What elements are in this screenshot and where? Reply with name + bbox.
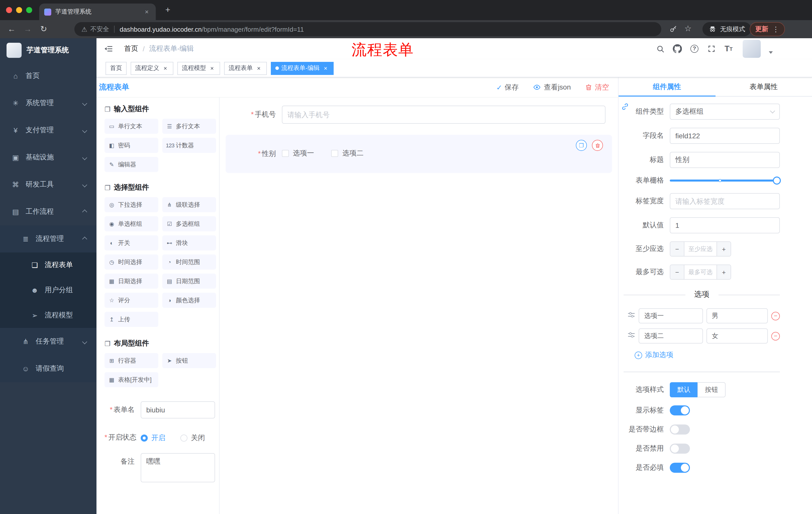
style-button-button[interactable]: 按钮 <box>697 382 726 397</box>
not-secure-label[interactable]: 不安全 <box>90 25 109 33</box>
window-close-button[interactable] <box>6 7 12 13</box>
increase-button[interactable]: + <box>717 242 731 256</box>
new-tab-button[interactable]: + <box>162 4 174 16</box>
breadcrumb-home[interactable]: 首页 <box>124 44 138 53</box>
tag-process-definition[interactable]: 流程定义 × <box>130 62 173 75</box>
remove-option-button[interactable]: − <box>771 312 780 320</box>
copy-item-button[interactable]: ❐ <box>576 140 587 151</box>
chip-table-wip[interactable]: ▦表格[开发中] <box>105 372 158 387</box>
font-size-icon[interactable]: TT <box>724 44 734 54</box>
border-switch[interactable] <box>670 425 690 435</box>
chip-time-picker[interactable]: ◷时间选择 <box>105 254 158 270</box>
option-label-input[interactable] <box>639 328 703 344</box>
help-icon[interactable]: ? <box>689 44 699 54</box>
delete-item-button[interactable] <box>592 140 603 151</box>
chip-color-picker[interactable]: ◑颜色选择 <box>162 293 216 308</box>
tag-close-icon[interactable]: × <box>208 64 215 72</box>
sidebar-fold-icon[interactable] <box>104 44 113 53</box>
decrease-button[interactable]: − <box>670 265 685 279</box>
tag-close-icon[interactable]: × <box>255 64 262 72</box>
chip-button[interactable]: ➤按钮 <box>162 353 216 368</box>
tab-form-props[interactable]: 表单属性 <box>715 77 812 96</box>
fullscreen-icon[interactable] <box>706 44 717 54</box>
chip-cascader[interactable]: ⋔级联选择 <box>162 197 216 212</box>
link-icon[interactable] <box>621 103 629 113</box>
add-option-button[interactable]: + 添加选项 <box>635 351 780 360</box>
required-switch[interactable] <box>670 463 690 473</box>
chip-switch[interactable]: ◐开关 <box>105 235 158 250</box>
component-type-select[interactable]: 多选框组 <box>670 104 780 120</box>
avatar[interactable] <box>743 40 761 58</box>
sidebar-item-devtools[interactable]: ⌘ 研发工具 <box>0 171 96 198</box>
forward-icon[interactable]: → <box>21 23 34 35</box>
chip-checkbox-group[interactable]: ☑多选框组 <box>162 216 216 231</box>
chip-rate[interactable]: ☆评分 <box>105 293 158 308</box>
browser-update-button[interactable]: 更新 ⋮ <box>750 22 785 36</box>
chip-counter[interactable]: 123计数器 <box>162 138 216 153</box>
address-bar[interactable]: ⚠ 不安全 dashboard.yudao.iocoder.cn /bpm/ma… <box>75 22 661 36</box>
tag-process-model[interactable]: 流程模型 × <box>177 62 220 75</box>
drag-handle-icon[interactable] <box>628 311 635 320</box>
option-label-input[interactable] <box>639 308 703 323</box>
tag-close-icon[interactable]: × <box>162 64 169 72</box>
remove-option-button[interactable]: − <box>771 332 780 340</box>
min-select-input[interactable] <box>685 242 717 256</box>
github-icon[interactable] <box>672 44 683 54</box>
phone-input[interactable] <box>282 106 606 124</box>
chip-slider[interactable]: ⊷滑块 <box>162 235 216 250</box>
window-minimize-button[interactable] <box>16 7 22 13</box>
sidebar-item-home[interactable]: ⌂ 首页 <box>0 62 96 89</box>
option-value-input[interactable] <box>706 308 768 323</box>
tab-close-icon[interactable]: × <box>143 8 151 16</box>
sidebar-item-process-model[interactable]: ➢ 流程模型 <box>0 303 96 328</box>
radio-on[interactable]: 开启 <box>141 434 165 442</box>
chip-row-container[interactable]: ⊞行容器 <box>105 353 158 368</box>
form-canvas[interactable]: *手机号 *性别 选项一 选项二 <box>220 98 618 514</box>
canvas-field-gender-selected[interactable]: *性别 选项一 选项二 ❐ <box>226 135 612 173</box>
disabled-switch[interactable] <box>670 443 690 454</box>
form-remark-textarea[interactable]: 嘿嘿 <box>141 453 215 482</box>
label-width-input[interactable] <box>670 193 780 209</box>
reload-icon[interactable]: ↻ <box>37 23 50 35</box>
chip-upload[interactable]: ↥上传 <box>105 312 158 327</box>
form-name-input[interactable] <box>141 401 215 418</box>
tag-process-form[interactable]: 流程表单 × <box>224 62 267 75</box>
tag-close-icon[interactable]: × <box>322 64 329 72</box>
option-value-input[interactable] <box>706 328 768 344</box>
chip-time-range[interactable]: ◔时间范围 <box>162 254 216 270</box>
chip-password[interactable]: ◧密码 <box>105 138 158 153</box>
clear-button[interactable]: 清空 <box>585 83 609 92</box>
sidebar-item-infra[interactable]: ▣ 基础设施 <box>0 144 96 171</box>
field-name-input[interactable] <box>670 128 780 144</box>
tag-process-form-edit[interactable]: 流程表单-编辑 × <box>271 62 334 75</box>
password-key-icon[interactable] <box>669 25 677 35</box>
chip-date-picker[interactable]: ▦日期选择 <box>105 274 158 289</box>
sidebar-logo[interactable]: 芋道管理系统 <box>0 38 96 62</box>
sidebar-item-workflow[interactable]: ▤ 工作流程 <box>0 198 96 225</box>
decrease-button[interactable]: − <box>670 242 685 256</box>
tag-home[interactable]: 首页 <box>106 62 127 75</box>
grid-slider[interactable] <box>670 180 777 182</box>
browser-tab[interactable]: 芋道管理系统 × <box>39 3 156 20</box>
canvas-field-phone[interactable]: *手机号 <box>226 106 606 124</box>
drag-handle-icon[interactable] <box>628 331 635 341</box>
tab-component-props[interactable]: 组件属性 <box>618 77 715 96</box>
browser-menu-icon[interactable]: ⋮ <box>772 25 779 33</box>
chip-multi-line-text[interactable]: ☰多行文本 <box>162 119 216 134</box>
chip-select[interactable]: ◎下拉选择 <box>105 197 158 212</box>
slider-handle[interactable] <box>773 177 781 185</box>
show-label-switch[interactable] <box>670 405 690 415</box>
sidebar-item-leave-query[interactable]: ☺ 请假查询 <box>0 355 96 382</box>
radio-off[interactable]: 关闭 <box>180 434 205 442</box>
sidebar-item-system[interactable]: ✳ 系统管理 <box>0 89 96 117</box>
bookmark-star-icon[interactable]: ☆ <box>685 24 692 33</box>
chip-date-range[interactable]: ▤日期范围 <box>162 274 216 289</box>
view-json-button[interactable]: 查看json <box>533 83 571 92</box>
search-icon[interactable] <box>655 44 665 54</box>
sidebar-item-user-group[interactable]: ☻ 用户分组 <box>0 278 96 303</box>
back-icon[interactable]: ← <box>5 23 18 35</box>
gender-checkbox-1[interactable]: 选项一 <box>282 149 314 158</box>
chip-editor[interactable]: ✎编辑器 <box>105 157 158 172</box>
window-zoom-button[interactable] <box>26 7 32 13</box>
title-input[interactable] <box>670 152 780 168</box>
